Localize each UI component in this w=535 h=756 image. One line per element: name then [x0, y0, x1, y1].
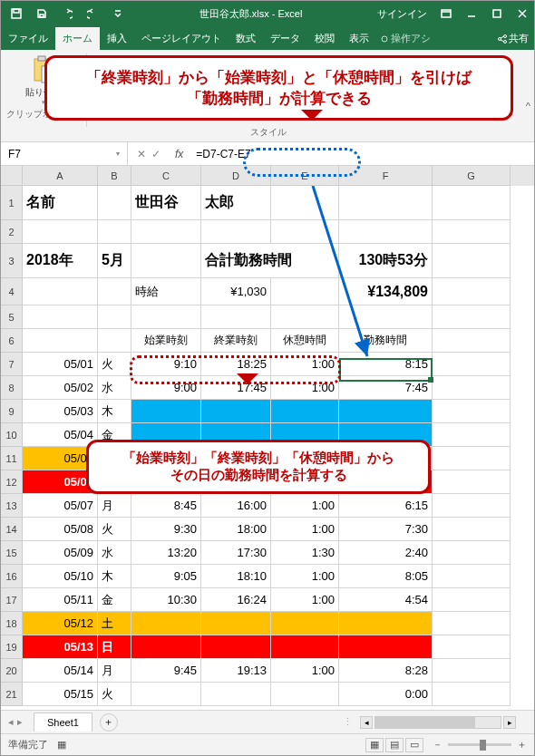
row-header-19[interactable]: 19 — [1, 635, 23, 659]
cell-date[interactable]: 05/10 — [23, 565, 98, 588]
cell[interactable] — [131, 244, 201, 278]
cell-end[interactable]: 18:00 — [201, 518, 271, 541]
cell-dow[interactable]: 木 — [98, 400, 131, 423]
row-header-3[interactable]: 3 — [1, 244, 23, 278]
cell-dow[interactable]: 火 — [98, 353, 131, 376]
cell-date[interactable]: 05/12 — [23, 612, 98, 635]
undo-icon[interactable] — [55, 1, 79, 26]
tab-home[interactable]: ホーム — [55, 27, 100, 50]
cell-dow[interactable]: 月 — [98, 659, 131, 683]
cell-dow[interactable]: 火 — [98, 518, 131, 541]
save-icon[interactable] — [30, 1, 54, 26]
tab-layout[interactable]: ページレイアウト — [134, 27, 229, 50]
cell[interactable] — [433, 329, 511, 353]
formula-bar[interactable]: =D7-C7-E7 — [189, 148, 534, 160]
cell-break[interactable]: 1:00 — [271, 376, 339, 400]
sheet-tab-1[interactable]: Sheet1 — [34, 712, 92, 732]
cell[interactable] — [433, 683, 511, 706]
cell[interactable] — [433, 447, 511, 470]
cell-end[interactable]: 19:13 — [201, 659, 271, 683]
row-header-4[interactable]: 4 — [1, 278, 23, 305]
cell-given[interactable]: 太郎 — [201, 186, 271, 220]
cell-dow[interactable]: 木 — [98, 565, 131, 588]
cell[interactable] — [201, 612, 271, 635]
add-sheet-button[interactable]: ＋ — [100, 713, 118, 732]
cell-dow[interactable]: 土 — [98, 612, 131, 635]
cell-dow[interactable]: 月 — [98, 494, 131, 518]
cell[interactable] — [201, 635, 271, 659]
tab-file[interactable]: ファイル — [1, 27, 55, 50]
col-header-E[interactable]: E — [271, 166, 339, 186]
cell[interactable] — [433, 423, 511, 447]
tab-data[interactable]: データ — [263, 27, 307, 50]
cell-end[interactable]: 17:45 — [201, 376, 271, 400]
cell-end[interactable]: 16:24 — [201, 588, 271, 612]
cell-break[interactable]: 1:00 — [271, 588, 339, 612]
cell[interactable] — [339, 635, 433, 659]
cell[interactable] — [433, 494, 511, 518]
hscroll-thumb[interactable] — [375, 717, 475, 728]
cell[interactable] — [339, 400, 433, 423]
row-header-9[interactable]: 9 — [1, 400, 23, 423]
row-header-2[interactable]: 2 — [1, 220, 23, 244]
ribbon-display-icon[interactable] — [434, 1, 458, 26]
cell[interactable] — [131, 612, 201, 635]
cell[interactable] — [339, 220, 433, 244]
cell[interactable] — [433, 220, 511, 244]
cell-wage-value[interactable]: ¥1,030 — [201, 278, 271, 305]
cell[interactable] — [131, 400, 201, 423]
cell-work[interactable]: 7:30 — [339, 518, 433, 541]
cell[interactable] — [23, 305, 98, 329]
row-header-13[interactable]: 13 — [1, 494, 23, 518]
col-header-C[interactable]: C — [131, 166, 201, 186]
cell-surname[interactable]: 世田谷 — [131, 186, 201, 220]
cell-break[interactable]: 1:00 — [271, 565, 339, 588]
macro-record-icon[interactable]: ▦ — [57, 739, 66, 751]
cell[interactable] — [98, 329, 131, 353]
cell-date[interactable]: 05/03 — [23, 400, 98, 423]
minimize-icon[interactable] — [460, 1, 483, 26]
cell-date[interactable]: 05/11 — [23, 588, 98, 612]
enter-formula-icon[interactable]: ✓ — [151, 148, 160, 160]
cell-date[interactable]: 05/04 — [23, 423, 98, 447]
cell[interactable] — [433, 659, 511, 683]
cell-start[interactable]: 9:30 — [131, 518, 201, 541]
cell-end[interactable]: 16:00 — [201, 494, 271, 518]
cell[interactable] — [433, 186, 511, 220]
cell-work[interactable]: 2:40 — [339, 541, 433, 565]
cell-total-pay[interactable]: ¥134,809 — [339, 278, 433, 305]
cell-break[interactable]: 1:00 — [271, 659, 339, 683]
row-header-7[interactable]: 7 — [1, 353, 23, 376]
cell[interactable] — [271, 635, 339, 659]
cell[interactable] — [433, 588, 511, 612]
cell-work[interactable]: 8:05 — [339, 565, 433, 588]
cell-hdr-break[interactable]: 休憩時間 — [271, 329, 339, 353]
row-header-1[interactable]: 1 — [1, 186, 23, 220]
view-normal-icon[interactable]: ▦ — [365, 738, 384, 752]
cell-work[interactable]: 8:28 — [339, 659, 433, 683]
cell-start[interactable]: 9:05 — [131, 565, 201, 588]
cell-date[interactable]: 05/08 — [23, 518, 98, 541]
cell[interactable] — [433, 400, 511, 423]
cell-break[interactable]: 1:00 — [271, 353, 339, 376]
cell[interactable] — [131, 305, 201, 329]
hscroll-right-icon[interactable]: ▸ — [503, 716, 516, 729]
tab-insert[interactable]: 挿入 — [100, 27, 134, 50]
cell[interactable] — [98, 186, 131, 220]
cell[interactable] — [23, 278, 98, 305]
cell[interactable] — [271, 278, 339, 305]
row-header-12[interactable]: 12 — [1, 470, 23, 494]
hscroll-left-icon[interactable]: ◂ — [360, 716, 373, 729]
cell-year[interactable]: 2018年 — [23, 244, 98, 278]
cell-start[interactable]: 13:20 — [131, 541, 201, 565]
cell[interactable] — [131, 635, 201, 659]
share-button[interactable]: 共有 — [492, 27, 534, 50]
cell-start[interactable]: 10:30 — [131, 588, 201, 612]
row-header-16[interactable]: 16 — [1, 565, 23, 588]
cell[interactable] — [433, 470, 511, 494]
cell[interactable] — [98, 305, 131, 329]
cell[interactable] — [201, 220, 271, 244]
cell[interactable] — [433, 518, 511, 541]
cell-break[interactable] — [271, 683, 339, 706]
row-header-17[interactable]: 17 — [1, 588, 23, 612]
